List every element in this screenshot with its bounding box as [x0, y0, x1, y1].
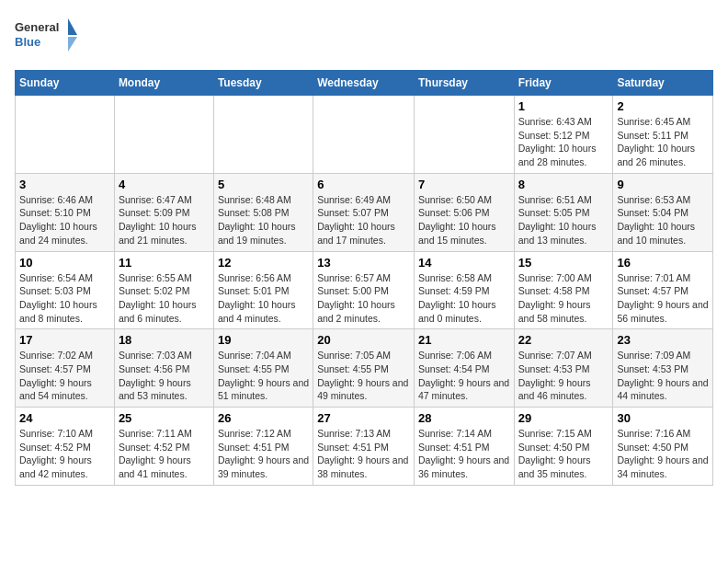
day-info: Sunrise: 6:55 AMSunset: 5:02 PMDaylight:… [119, 271, 210, 326]
day-info: Sunrise: 7:10 AMSunset: 4:52 PMDaylight:… [19, 427, 110, 481]
day-number: 22 [518, 333, 609, 347]
day-number: 10 [19, 256, 110, 270]
day-number: 26 [218, 411, 309, 425]
calendar-cell: 26Sunrise: 7:12 AMSunset: 4:51 PMDayligh… [213, 408, 313, 486]
day-info: Sunrise: 7:05 AMSunset: 4:55 PMDaylight:… [317, 349, 410, 403]
day-number: 30 [617, 411, 709, 425]
day-number: 3 [19, 178, 110, 191]
calendar-cell [114, 96, 213, 174]
calendar-cell: 16Sunrise: 7:01 AMSunset: 4:57 PMDayligh… [613, 251, 713, 329]
calendar-cell: 11Sunrise: 6:55 AMSunset: 5:02 PMDayligh… [114, 251, 213, 329]
day-info: Sunrise: 6:58 AMSunset: 4:59 PMDaylight:… [418, 271, 510, 326]
svg-marker-2 [68, 18, 77, 35]
calendar-week-row: 3Sunrise: 6:46 AMSunset: 5:10 PMDaylight… [16, 173, 713, 251]
day-info: Sunrise: 6:46 AMSunset: 5:10 PMDaylight:… [19, 193, 110, 247]
day-number: 24 [19, 411, 110, 425]
weekday-header: Sunday [16, 71, 115, 96]
day-number: 11 [119, 256, 210, 270]
day-number: 27 [317, 411, 410, 425]
calendar-cell: 14Sunrise: 6:58 AMSunset: 4:59 PMDayligh… [414, 251, 514, 329]
day-number: 18 [119, 333, 210, 347]
weekday-row: SundayMondayTuesdayWednesdayThursdayFrid… [16, 71, 713, 96]
day-number: 2 [617, 99, 709, 113]
weekday-header: Wednesday [313, 71, 415, 96]
day-info: Sunrise: 7:06 AMSunset: 4:54 PMDaylight:… [418, 349, 510, 403]
calendar-cell: 23Sunrise: 7:09 AMSunset: 4:53 PMDayligh… [613, 329, 713, 408]
day-info: Sunrise: 6:45 AMSunset: 5:11 PMDaylight:… [617, 115, 709, 169]
calendar-cell: 8Sunrise: 6:51 AMSunset: 5:05 PMDaylight… [514, 173, 613, 251]
calendar-cell: 10Sunrise: 6:54 AMSunset: 5:03 PMDayligh… [16, 251, 115, 329]
day-number: 5 [218, 178, 309, 191]
calendar-week-row: 24Sunrise: 7:10 AMSunset: 4:52 PMDayligh… [16, 408, 713, 486]
calendar-cell: 2Sunrise: 6:45 AMSunset: 5:11 PMDaylight… [613, 96, 713, 174]
weekday-header: Saturday [613, 71, 713, 96]
day-number: 13 [317, 256, 410, 270]
day-info: Sunrise: 7:09 AMSunset: 4:53 PMDaylight:… [617, 349, 709, 403]
weekday-header: Thursday [414, 71, 514, 96]
day-info: Sunrise: 7:14 AMSunset: 4:51 PMDaylight:… [418, 427, 510, 481]
day-number: 29 [518, 411, 609, 425]
weekday-header: Monday [114, 71, 213, 96]
day-info: Sunrise: 7:03 AMSunset: 4:56 PMDaylight:… [119, 349, 210, 403]
svg-text:General: General [15, 20, 59, 34]
calendar-cell: 15Sunrise: 7:00 AMSunset: 4:58 PMDayligh… [514, 251, 613, 329]
calendar-week-row: 17Sunrise: 7:02 AMSunset: 4:57 PMDayligh… [16, 329, 713, 408]
day-number: 17 [19, 333, 110, 347]
day-info: Sunrise: 6:53 AMSunset: 5:04 PMDaylight:… [617, 193, 709, 247]
calendar-cell: 17Sunrise: 7:02 AMSunset: 4:57 PMDayligh… [16, 329, 115, 408]
calendar-cell: 3Sunrise: 6:46 AMSunset: 5:10 PMDaylight… [16, 173, 115, 251]
calendar-cell: 27Sunrise: 7:13 AMSunset: 4:51 PMDayligh… [313, 408, 415, 486]
calendar-week-row: 10Sunrise: 6:54 AMSunset: 5:03 PMDayligh… [16, 251, 713, 329]
svg-text:Blue: Blue [15, 35, 40, 49]
logo-svg: General Blue [15, 15, 79, 61]
calendar-header: SundayMondayTuesdayWednesdayThursdayFrid… [16, 71, 713, 96]
day-number: 19 [218, 333, 309, 347]
calendar-cell: 28Sunrise: 7:14 AMSunset: 4:51 PMDayligh… [414, 408, 514, 486]
day-number: 23 [617, 333, 709, 347]
calendar-table: SundayMondayTuesdayWednesdayThursdayFrid… [15, 70, 713, 486]
day-info: Sunrise: 6:54 AMSunset: 5:03 PMDaylight:… [19, 271, 110, 326]
calendar-cell: 24Sunrise: 7:10 AMSunset: 4:52 PMDayligh… [16, 408, 115, 486]
calendar-cell: 13Sunrise: 6:57 AMSunset: 5:00 PMDayligh… [313, 251, 415, 329]
logo: General Blue [15, 15, 79, 61]
calendar-cell: 6Sunrise: 6:49 AMSunset: 5:07 PMDaylight… [313, 173, 415, 251]
day-info: Sunrise: 6:47 AMSunset: 5:09 PMDaylight:… [119, 193, 210, 247]
calendar-cell: 5Sunrise: 6:48 AMSunset: 5:08 PMDaylight… [213, 173, 313, 251]
day-number: 4 [119, 178, 210, 191]
calendar-cell: 9Sunrise: 6:53 AMSunset: 5:04 PMDaylight… [613, 173, 713, 251]
day-info: Sunrise: 7:11 AMSunset: 4:52 PMDaylight:… [119, 427, 210, 481]
day-info: Sunrise: 6:56 AMSunset: 5:01 PMDaylight:… [218, 271, 309, 326]
weekday-header: Friday [514, 71, 613, 96]
day-info: Sunrise: 7:12 AMSunset: 4:51 PMDaylight:… [218, 427, 309, 481]
calendar-body: 1Sunrise: 6:43 AMSunset: 5:12 PMDaylight… [16, 96, 713, 486]
calendar-cell: 29Sunrise: 7:15 AMSunset: 4:50 PMDayligh… [514, 408, 613, 486]
calendar-cell: 12Sunrise: 6:56 AMSunset: 5:01 PMDayligh… [213, 251, 313, 329]
calendar-cell: 21Sunrise: 7:06 AMSunset: 4:54 PMDayligh… [414, 329, 514, 408]
day-info: Sunrise: 7:16 AMSunset: 4:50 PMDaylight:… [617, 427, 709, 481]
day-info: Sunrise: 6:57 AMSunset: 5:00 PMDaylight:… [317, 271, 410, 326]
day-info: Sunrise: 6:49 AMSunset: 5:07 PMDaylight:… [317, 193, 410, 247]
calendar-cell [313, 96, 415, 174]
day-number: 8 [518, 178, 609, 191]
day-info: Sunrise: 7:04 AMSunset: 4:55 PMDaylight:… [218, 349, 309, 403]
calendar-cell: 7Sunrise: 6:50 AMSunset: 5:06 PMDaylight… [414, 173, 514, 251]
day-info: Sunrise: 7:00 AMSunset: 4:58 PMDaylight:… [518, 271, 609, 326]
calendar-cell [414, 96, 514, 174]
day-number: 28 [418, 411, 510, 425]
day-info: Sunrise: 6:50 AMSunset: 5:06 PMDaylight:… [418, 193, 510, 247]
calendar-cell: 4Sunrise: 6:47 AMSunset: 5:09 PMDaylight… [114, 173, 213, 251]
day-number: 9 [617, 178, 709, 191]
calendar-cell: 18Sunrise: 7:03 AMSunset: 4:56 PMDayligh… [114, 329, 213, 408]
day-number: 6 [317, 178, 410, 191]
calendar-cell [16, 96, 115, 174]
day-number: 7 [418, 178, 510, 191]
weekday-header: Tuesday [213, 71, 313, 96]
calendar-cell: 22Sunrise: 7:07 AMSunset: 4:53 PMDayligh… [514, 329, 613, 408]
day-info: Sunrise: 7:07 AMSunset: 4:53 PMDaylight:… [518, 349, 609, 403]
day-number: 12 [218, 256, 309, 270]
calendar-cell: 1Sunrise: 6:43 AMSunset: 5:12 PMDaylight… [514, 96, 613, 174]
svg-marker-3 [68, 37, 77, 52]
day-number: 20 [317, 333, 410, 347]
day-number: 16 [617, 256, 709, 270]
calendar-cell [213, 96, 313, 174]
